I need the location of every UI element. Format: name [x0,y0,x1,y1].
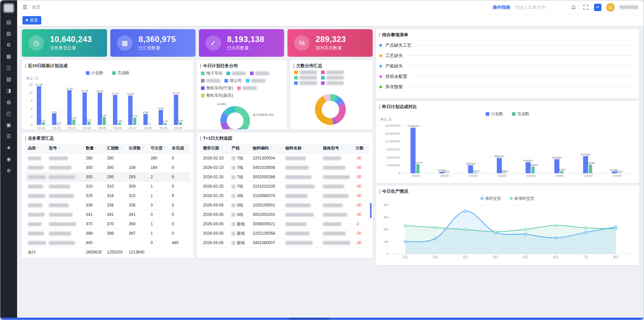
table-row[interactable]: 2026-02-253线3103080074-30 [200,191,369,200]
table-row[interactable]: 2026-02-237线2201330004-30 [200,153,369,163]
table-scrollbar-thumb[interactable] [370,203,372,218]
menu-search-input[interactable] [515,5,565,10]
column-header[interactable]: 规格型号▼ [320,143,353,153]
table-row[interactable]: 37037036910 [25,219,190,229]
collapse-menu-icon[interactable]: ☰ [22,4,27,10]
filter-icon[interactable]: ▼ [37,147,39,149]
legend-item[interactable]: 整机车间(宁波) [201,85,233,91]
column-header[interactable]: 需求日期▼ [200,143,229,153]
legend-item[interactable] [321,71,344,74]
filter-icon[interactable]: ▼ [270,147,272,149]
globe-icon[interactable]: ⊕ [0,165,17,176]
legend-item[interactable] [294,76,317,80]
legend-item[interactable] [226,72,246,75]
todo-item[interactable]: 产品缺失工艺 [379,40,636,50]
table-row[interactable]: 2026-03-05新线3401060007-30 [200,238,369,247]
legend-item[interactable] [294,71,317,74]
scrollbar-thumb[interactable] [289,318,329,320]
table-row[interactable]: 30029529325 [25,172,190,182]
legend-item[interactable]: 整机车间(新昌) [201,93,233,98]
column-header[interactable]: 型号▼ [46,143,83,153]
database-icon[interactable]: ◉ [0,153,17,165]
legend-item[interactable] [237,86,257,90]
filter-icon[interactable]: ▼ [365,147,367,149]
column-header[interactable]: 汇报数▼ [104,143,126,153]
table-row[interactable]: 4400440 [25,238,190,247]
table-row[interactable]: 2026-03-05新线2202135058-30 [200,229,369,238]
filter-icon[interactable]: ▼ [220,147,222,149]
filter-icon[interactable]: ▼ [185,147,187,149]
tab-home[interactable]: 首页 [22,16,41,25]
chart-icon[interactable]: ◨ [0,85,17,96]
column-header[interactable]: 品类▼ [25,143,46,153]
legend-item[interactable] [201,79,220,83]
filter-icon[interactable]: ▼ [142,147,144,149]
legend-item[interactable] [246,79,265,83]
todo-item[interactable]: 产能缺失 [379,61,636,71]
table-row[interactable]: 3003001061940 [25,163,190,172]
guide-link[interactable]: 操作指南 [493,4,510,10]
app-logo[interactable] [4,4,14,12]
filter-icon[interactable]: ▼ [120,147,122,149]
dropdown-button[interactable] [594,4,601,11]
legend-item[interactable]: 电子车间 [201,71,222,76]
table-row[interactable]: 31031030910 [25,182,190,191]
table-row[interactable]: 33833833800 [25,200,190,210]
production-icon[interactable]: ◰ [0,108,17,119]
settings-icon[interactable]: ⚙ [0,39,17,51]
table-row[interactable]: 34134134100 [25,210,190,219]
todo-item[interactable]: 库存预警 [379,82,636,92]
column-header[interactable]: 欠数▼ [353,143,369,153]
table-row[interactable]: 2026-03-05新线3008000021-2 [200,219,369,229]
legend-item[interactable] [321,81,344,85]
breadcrumb[interactable]: 首页 [32,4,41,10]
table-row[interactable]: 2802802800 [25,153,190,163]
column-header[interactable]: 出库数▼ [126,143,148,153]
filter-icon[interactable]: ▼ [340,147,342,149]
table-cell: 2202135058 [250,229,283,238]
filter-icon[interactable]: ▼ [240,147,243,149]
table-row[interactable]: 2026-02-257线3002000286-30 [200,172,369,182]
favorites-icon[interactable]: ★ [0,142,17,153]
table-row[interactable]: 2026-02-237线3401010008-30 [200,163,369,172]
filter-icon[interactable]: ▼ [58,147,60,149]
table-row[interactable]: 2026-03-053线1020105001-30 [200,200,369,210]
filter-icon[interactable]: ▼ [164,147,166,149]
avatar[interactable]: ☺ [606,3,615,12]
column-header[interactable]: 产线▼ [229,143,250,153]
legend-item[interactable] [294,81,317,85]
terminal-icon[interactable]: ▥ [0,28,17,39]
column-header[interactable]: 物料编码▼ [250,143,283,153]
legend-item[interactable]: 计划数 [86,70,103,76]
column-header[interactable]: 数量▼ [83,143,104,153]
column-header[interactable]: 可出货▼ [148,143,169,153]
fullscreen-icon[interactable] [582,4,589,11]
bell-icon[interactable] [570,4,577,11]
print-icon[interactable]: ▤ [0,16,17,28]
legend-item[interactable]: 准时交货 [481,196,501,201]
modules-icon[interactable]: ▣ [0,119,17,131]
horizontal-scrollbar[interactable] [0,318,644,320]
legend-item[interactable] [250,72,269,75]
filter-icon[interactable]: ▼ [303,147,305,149]
table-row[interactable]: 2026-03-053线3001001001-30 [200,210,369,219]
table-row[interactable]: 32531631519 [25,191,190,200]
orders-icon[interactable]: ☰ [0,131,17,142]
package-icon[interactable]: ◫ [0,62,17,74]
analytics-icon[interactable]: ◍ [0,96,17,108]
todo-item[interactable]: 工艺缺失 [379,50,636,61]
legend-item[interactable]: 完成数 [512,111,529,117]
table-row[interactable]: 39839839710 [25,229,190,238]
todo-item[interactable]: 排班未配置 [379,71,636,82]
column-header[interactable]: 物料名称▼ [283,143,320,153]
filter-icon[interactable]: ▼ [95,147,97,149]
legend-item[interactable]: 计划数 [486,111,503,117]
column-header[interactable]: 未完成▼ [169,143,190,153]
legend-item[interactable] [321,76,344,80]
legend-item[interactable]: 限公司 [224,78,242,84]
report-icon[interactable]: ▧ [0,74,17,85]
apps-icon[interactable]: ▦ [0,51,17,62]
legend-item[interactable]: 未准时交货 [510,196,534,201]
legend-item[interactable]: 完成数 [112,70,129,76]
table-row[interactable]: 2026-02-257线3101010105-30 [200,182,369,191]
